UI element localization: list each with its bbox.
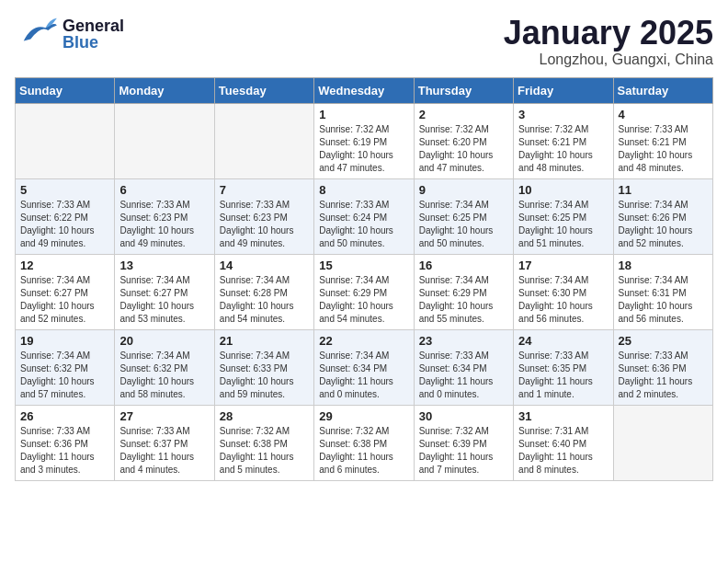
calendar-day-cell [613, 405, 712, 480]
calendar-day-cell: 3Sunrise: 7:32 AM Sunset: 6:21 PM Daylig… [514, 103, 613, 178]
calendar-weekday-header: Saturday [613, 77, 712, 103]
calendar-day-cell: 5Sunrise: 7:33 AM Sunset: 6:22 PM Daylig… [16, 178, 115, 254]
calendar-day-cell: 26Sunrise: 7:33 AM Sunset: 6:36 PM Dayli… [16, 405, 115, 480]
calendar-day-cell: 24Sunrise: 7:33 AM Sunset: 6:35 PM Dayli… [514, 329, 613, 405]
logo: General Blue [15, 15, 124, 53]
calendar-day-cell: 8Sunrise: 7:33 AM Sunset: 6:24 PM Daylig… [314, 178, 414, 254]
day-info: Sunrise: 7:33 AM Sunset: 6:37 PM Dayligh… [119, 425, 209, 477]
day-info: Sunrise: 7:33 AM Sunset: 6:22 PM Dayligh… [20, 199, 109, 250]
day-number: 27 [119, 409, 209, 423]
calendar-day-cell: 14Sunrise: 7:34 AM Sunset: 6:28 PM Dayli… [214, 254, 313, 329]
day-info: Sunrise: 7:34 AM Sunset: 6:27 PM Dayligh… [20, 274, 109, 326]
calendar-day-cell: 27Sunrise: 7:33 AM Sunset: 6:37 PM Dayli… [115, 405, 214, 480]
day-number: 6 [119, 183, 209, 197]
calendar-header-row: SundayMondayTuesdayWednesdayThursdayFrid… [16, 77, 713, 103]
calendar-week-row: 26Sunrise: 7:33 AM Sunset: 6:36 PM Dayli… [16, 405, 713, 480]
day-info: Sunrise: 7:34 AM Sunset: 6:32 PM Dayligh… [119, 350, 209, 401]
day-info: Sunrise: 7:34 AM Sunset: 6:25 PM Dayligh… [419, 199, 508, 250]
day-number: 12 [20, 259, 109, 272]
day-number: 8 [319, 183, 408, 197]
logo-general-text: General [63, 17, 124, 34]
day-number: 19 [20, 334, 109, 348]
day-number: 13 [119, 259, 209, 272]
day-number: 17 [518, 259, 608, 272]
calendar-table: SundayMondayTuesdayWednesdayThursdayFrid… [15, 77, 713, 481]
day-number: 29 [319, 409, 408, 423]
day-info: Sunrise: 7:34 AM Sunset: 6:30 PM Dayligh… [518, 274, 608, 326]
day-number: 10 [518, 183, 608, 197]
page-header: General Blue January 2025 Longzhou, Guan… [15, 15, 713, 68]
day-info: Sunrise: 7:33 AM Sunset: 6:23 PM Dayligh… [119, 199, 209, 250]
day-info: Sunrise: 7:33 AM Sunset: 6:34 PM Dayligh… [419, 350, 508, 401]
calendar-day-cell: 31Sunrise: 7:31 AM Sunset: 6:40 PM Dayli… [514, 405, 613, 480]
calendar-day-cell: 9Sunrise: 7:34 AM Sunset: 6:25 PM Daylig… [414, 178, 513, 254]
calendar-day-cell: 12Sunrise: 7:34 AM Sunset: 6:27 PM Dayli… [16, 254, 115, 329]
day-info: Sunrise: 7:32 AM Sunset: 6:38 PM Dayligh… [319, 425, 408, 477]
day-info: Sunrise: 7:34 AM Sunset: 6:28 PM Dayligh… [220, 274, 309, 326]
day-info: Sunrise: 7:33 AM Sunset: 6:21 PM Dayligh… [619, 123, 708, 175]
day-info: Sunrise: 7:31 AM Sunset: 6:40 PM Dayligh… [518, 425, 608, 477]
day-info: Sunrise: 7:34 AM Sunset: 6:29 PM Dayligh… [319, 274, 408, 326]
calendar-day-cell [115, 103, 214, 178]
calendar-day-cell: 10Sunrise: 7:34 AM Sunset: 6:25 PM Dayli… [514, 178, 613, 254]
day-number: 15 [319, 259, 408, 272]
calendar-week-row: 1Sunrise: 7:32 AM Sunset: 6:19 PM Daylig… [16, 103, 713, 178]
day-info: Sunrise: 7:34 AM Sunset: 6:34 PM Dayligh… [319, 350, 408, 401]
day-info: Sunrise: 7:33 AM Sunset: 6:24 PM Dayligh… [319, 199, 408, 250]
calendar-day-cell [16, 103, 115, 178]
day-number: 25 [619, 334, 708, 348]
day-info: Sunrise: 7:33 AM Sunset: 6:35 PM Dayligh… [518, 350, 608, 401]
day-number: 14 [220, 259, 309, 272]
day-number: 26 [20, 409, 109, 423]
calendar-weekday-header: Wednesday [314, 77, 414, 103]
day-number: 1 [319, 108, 408, 121]
day-info: Sunrise: 7:34 AM Sunset: 6:32 PM Dayligh… [20, 350, 109, 401]
day-info: Sunrise: 7:34 AM Sunset: 6:27 PM Dayligh… [119, 274, 209, 326]
day-number: 5 [20, 183, 109, 197]
calendar-week-row: 19Sunrise: 7:34 AM Sunset: 6:32 PM Dayli… [16, 329, 713, 405]
calendar-day-cell: 1Sunrise: 7:32 AM Sunset: 6:19 PM Daylig… [314, 103, 414, 178]
day-info: Sunrise: 7:33 AM Sunset: 6:36 PM Dayligh… [20, 425, 109, 477]
calendar-day-cell: 21Sunrise: 7:34 AM Sunset: 6:33 PM Dayli… [214, 329, 313, 405]
day-info: Sunrise: 7:32 AM Sunset: 6:19 PM Dayligh… [319, 123, 408, 175]
day-number: 2 [419, 108, 508, 121]
calendar-day-cell: 4Sunrise: 7:33 AM Sunset: 6:21 PM Daylig… [613, 103, 712, 178]
day-info: Sunrise: 7:32 AM Sunset: 6:21 PM Dayligh… [518, 123, 608, 175]
day-number: 20 [119, 334, 209, 348]
calendar-subtitle: Longzhou, Guangxi, China [504, 52, 713, 68]
day-info: Sunrise: 7:34 AM Sunset: 6:31 PM Dayligh… [619, 274, 708, 326]
day-number: 24 [518, 334, 608, 348]
calendar-day-cell: 13Sunrise: 7:34 AM Sunset: 6:27 PM Dayli… [115, 254, 214, 329]
day-number: 23 [419, 334, 508, 348]
day-number: 7 [220, 183, 309, 197]
day-info: Sunrise: 7:32 AM Sunset: 6:20 PM Dayligh… [419, 123, 508, 175]
day-info: Sunrise: 7:34 AM Sunset: 6:33 PM Dayligh… [220, 350, 309, 401]
calendar-day-cell: 19Sunrise: 7:34 AM Sunset: 6:32 PM Dayli… [16, 329, 115, 405]
logo-label: General Blue [63, 17, 124, 51]
day-number: 21 [220, 334, 309, 348]
day-info: Sunrise: 7:32 AM Sunset: 6:39 PM Dayligh… [419, 425, 508, 477]
day-info: Sunrise: 7:34 AM Sunset: 6:25 PM Dayligh… [518, 199, 608, 250]
calendar-day-cell: 18Sunrise: 7:34 AM Sunset: 6:31 PM Dayli… [613, 254, 712, 329]
calendar-weekday-header: Thursday [414, 77, 513, 103]
calendar-day-cell: 20Sunrise: 7:34 AM Sunset: 6:32 PM Dayli… [115, 329, 214, 405]
day-info: Sunrise: 7:33 AM Sunset: 6:23 PM Dayligh… [220, 199, 309, 250]
logo-blue-text: Blue [63, 34, 124, 51]
calendar-weekday-header: Tuesday [214, 77, 313, 103]
day-number: 9 [419, 183, 508, 197]
day-info: Sunrise: 7:34 AM Sunset: 6:26 PM Dayligh… [619, 199, 708, 250]
day-number: 30 [419, 409, 508, 423]
day-number: 22 [319, 334, 408, 348]
day-info: Sunrise: 7:32 AM Sunset: 6:38 PM Dayligh… [220, 425, 309, 477]
calendar-title: January 2025 [504, 15, 713, 52]
calendar-day-cell: 29Sunrise: 7:32 AM Sunset: 6:38 PM Dayli… [314, 405, 414, 480]
calendar-day-cell: 6Sunrise: 7:33 AM Sunset: 6:23 PM Daylig… [115, 178, 214, 254]
calendar-day-cell: 22Sunrise: 7:34 AM Sunset: 6:34 PM Dayli… [314, 329, 414, 405]
day-info: Sunrise: 7:33 AM Sunset: 6:36 PM Dayligh… [619, 350, 708, 401]
calendar-day-cell: 23Sunrise: 7:33 AM Sunset: 6:34 PM Dayli… [414, 329, 513, 405]
calendar-day-cell: 16Sunrise: 7:34 AM Sunset: 6:29 PM Dayli… [414, 254, 513, 329]
title-block: January 2025 Longzhou, Guangxi, China [504, 15, 713, 68]
calendar-weekday-header: Sunday [16, 77, 115, 103]
calendar-day-cell [214, 103, 313, 178]
calendar-day-cell: 11Sunrise: 7:34 AM Sunset: 6:26 PM Dayli… [613, 178, 712, 254]
